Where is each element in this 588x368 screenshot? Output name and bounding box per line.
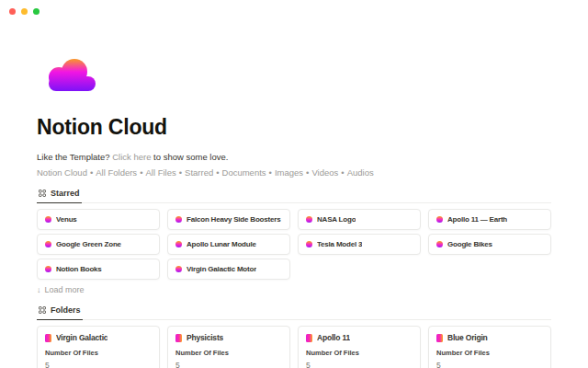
file-card-apollo-lunar-module[interactable]: Apollo Lunar Module bbox=[167, 234, 290, 255]
tab-starred-label: Starred bbox=[51, 189, 80, 198]
folder-property-label: Number Of Files bbox=[436, 349, 543, 357]
file-card-falcon-heavy[interactable]: Falcon Heavy Side Boosters Landings bbox=[167, 209, 290, 230]
file-icon bbox=[436, 241, 443, 247]
breadcrumb-separator: • bbox=[90, 167, 93, 178]
file-icon bbox=[45, 266, 51, 272]
file-card-venus[interactable]: Venus bbox=[37, 209, 160, 230]
file-name: Notion Books bbox=[56, 264, 102, 274]
file-name: Apollo Lunar Module bbox=[187, 239, 256, 249]
folder-property-label: Number Of Files bbox=[45, 349, 152, 357]
file-icon bbox=[175, 241, 182, 247]
tab-starred[interactable]: Starred bbox=[37, 186, 82, 203]
breadcrumb-separator: • bbox=[306, 167, 309, 178]
folder-file-count: 5 bbox=[45, 361, 152, 368]
file-icon bbox=[436, 216, 443, 223]
window-controls bbox=[9, 8, 40, 15]
file-name: Falcon Heavy Side Boosters Landings bbox=[187, 214, 282, 224]
file-name: Google Green Zone bbox=[56, 239, 121, 249]
zoom-button[interactable] bbox=[33, 8, 40, 15]
file-name: Venus bbox=[56, 214, 77, 224]
click-here-link[interactable]: Click here bbox=[112, 152, 151, 162]
subtitle: Like the Template? Click here to show so… bbox=[37, 152, 551, 163]
folder-file-count: 5 bbox=[436, 361, 543, 368]
load-more-label: Load more bbox=[45, 285, 85, 295]
breadcrumb-starred[interactable]: Starred bbox=[185, 167, 213, 178]
folder-name: Virgin Galactic bbox=[56, 333, 107, 343]
down-arrow-icon: ↓ bbox=[37, 285, 41, 295]
folder-file-count: 5 bbox=[175, 361, 282, 368]
load-more-button[interactable]: ↓ Load more bbox=[37, 285, 85, 295]
cloud-logo-icon[interactable] bbox=[44, 52, 96, 93]
breadcrumb: Notion Cloud•All Folders•All Files•Starr… bbox=[37, 167, 551, 178]
folder-card-virgin-galactic[interactable]: Virgin Galactic Number Of Files 5 bbox=[37, 326, 160, 368]
starred-section-header: Starred bbox=[37, 184, 551, 203]
file-name: NASA Logo bbox=[317, 214, 356, 224]
file-icon bbox=[306, 241, 312, 247]
file-name: Google Bikes bbox=[447, 239, 492, 249]
minimize-button[interactable] bbox=[21, 8, 28, 15]
breadcrumb-separator: • bbox=[341, 167, 344, 178]
subtitle-suffix: to show some love. bbox=[153, 152, 228, 162]
file-icon bbox=[45, 241, 51, 247]
breadcrumb-separator: • bbox=[269, 167, 272, 178]
folder-grid: Virgin Galactic Number Of Files 5 Physic… bbox=[37, 326, 551, 368]
tab-folders-label: Folders bbox=[51, 305, 81, 315]
file-card-apollo-11-earth[interactable]: Apollo 11 — Earth bbox=[428, 209, 551, 230]
file-card-google-bikes[interactable]: Google Bikes bbox=[428, 234, 551, 255]
folder-property-label: Number Of Files bbox=[175, 349, 282, 357]
folder-file-count: 5 bbox=[306, 361, 413, 368]
tab-folders[interactable]: Folders bbox=[37, 303, 83, 320]
breadcrumb-all-files[interactable]: All Files bbox=[145, 167, 175, 178]
file-card-virgin-galactic-motor[interactable]: Virgin Galactic Motor bbox=[167, 259, 290, 280]
breadcrumb-notion-cloud[interactable]: Notion Cloud bbox=[37, 167, 87, 178]
subtitle-prefix: Like the Template? bbox=[37, 152, 110, 162]
gallery-view-icon bbox=[39, 306, 46, 314]
folder-name: Apollo 11 bbox=[317, 333, 350, 343]
starred-file-grid: Venus Falcon Heavy Side Boosters Landing… bbox=[37, 209, 551, 280]
file-icon bbox=[175, 266, 182, 272]
file-card-notion-books[interactable]: Notion Books bbox=[37, 259, 160, 280]
page: Notion Cloud Like the Template? Click he… bbox=[0, 52, 588, 368]
file-name: Virgin Galactic Motor bbox=[187, 264, 256, 274]
breadcrumb-videos[interactable]: Videos bbox=[311, 167, 338, 178]
breadcrumb-audios[interactable]: Audios bbox=[347, 167, 374, 178]
gallery-view-icon bbox=[39, 190, 46, 197]
close-button[interactable] bbox=[9, 8, 16, 15]
folders-section-header: Folders bbox=[37, 301, 551, 320]
folder-property-label: Number Of Files bbox=[306, 349, 413, 357]
breadcrumb-images[interactable]: Images bbox=[275, 167, 303, 178]
file-icon bbox=[306, 216, 312, 223]
folder-name: Blue Origin bbox=[447, 333, 488, 343]
breadcrumb-separator: • bbox=[179, 167, 182, 178]
folder-icon bbox=[306, 334, 312, 342]
breadcrumb-separator: • bbox=[216, 167, 219, 178]
file-name: Tesla Model 3 bbox=[317, 239, 362, 249]
file-icon bbox=[45, 216, 51, 223]
file-icon bbox=[175, 216, 182, 223]
breadcrumb-documents[interactable]: Documents bbox=[222, 167, 266, 178]
folder-card-apollo-11[interactable]: Apollo 11 Number Of Files 5 bbox=[298, 326, 421, 368]
file-card-nasa-logo[interactable]: NASA Logo bbox=[298, 209, 421, 230]
page-title: Notion Cloud bbox=[37, 117, 551, 138]
folder-card-physicists[interactable]: Physicists Number Of Files 5 bbox=[167, 326, 290, 368]
folder-icon bbox=[436, 334, 443, 342]
file-name: Apollo 11 — Earth bbox=[447, 214, 507, 224]
folder-icon bbox=[45, 334, 51, 342]
file-card-google-green-zone[interactable]: Google Green Zone bbox=[37, 234, 160, 255]
file-card-tesla-model-3[interactable]: Tesla Model 3 bbox=[298, 234, 421, 255]
folder-name: Physicists bbox=[187, 333, 223, 343]
folder-card-blue-origin[interactable]: Blue Origin Number Of Files 5 bbox=[428, 326, 551, 368]
breadcrumb-all-folders[interactable]: All Folders bbox=[96, 167, 137, 178]
folder-icon bbox=[175, 334, 182, 342]
breadcrumb-separator: • bbox=[140, 167, 142, 178]
